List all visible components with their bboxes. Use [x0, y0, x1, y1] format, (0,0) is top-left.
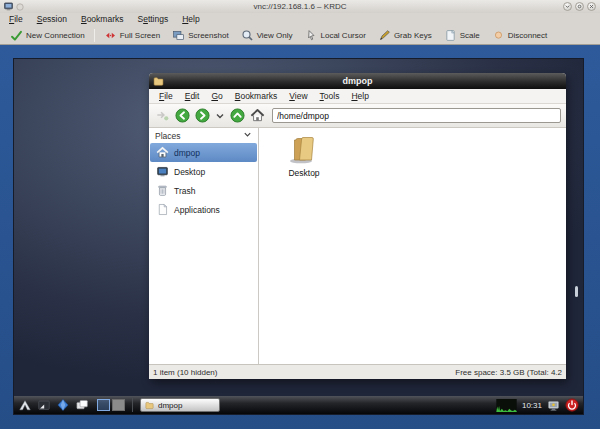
- disconnect-button[interactable]: Disconnect: [486, 27, 554, 43]
- fm-statusbar: 1 item (10 hidden) Free space: 3.5 GB (T…: [149, 364, 566, 379]
- krdc-menu-item[interactable]: Help: [175, 13, 206, 26]
- grab-keys-icon: [378, 29, 391, 42]
- krdc-titlebar[interactable]: vnc://192.168.1.6 – KRDC: [0, 0, 600, 13]
- home-button[interactable]: [249, 108, 265, 124]
- applications-place-icon: [156, 203, 169, 216]
- fm-window-title: dmpop: [149, 76, 566, 86]
- forward-button[interactable]: [194, 108, 210, 124]
- krdc-menu-item[interactable]: Session: [30, 13, 74, 26]
- scale-button[interactable]: Scale: [438, 27, 486, 43]
- remote-desktop-view[interactable]: dmpop File Edit Go Bookmarks View Tools: [13, 58, 584, 415]
- app-menu-button[interactable]: [18, 398, 32, 412]
- fm-menubar: File Edit Go Bookmarks View Tools Help: [149, 89, 566, 104]
- krdc-app-icon: [4, 2, 13, 11]
- fm-menu-item[interactable]: Edit: [179, 91, 206, 101]
- screenshot-icon: [172, 29, 185, 42]
- folder-icon: [153, 76, 164, 87]
- status-free-space: Free space: 3.5 GB (Total: 4.2: [455, 368, 562, 377]
- launcher-gem[interactable]: [56, 398, 70, 412]
- krdc-menu-item[interactable]: File: [2, 13, 30, 26]
- file-view[interactable]: Desktop: [259, 128, 566, 364]
- local-cursor-button[interactable]: Local Cursor: [299, 27, 372, 43]
- folder-large-icon: [287, 134, 321, 164]
- display-tray-icon[interactable]: [547, 399, 560, 412]
- fm-titlebar[interactable]: dmpop: [149, 73, 566, 89]
- disconnect-icon: [492, 29, 505, 42]
- places-sidebar: Places dmpop Desktop: [149, 128, 259, 364]
- trash-place-icon: [156, 184, 169, 197]
- task-button[interactable]: dmpop: [140, 398, 220, 412]
- krdc-menu-item[interactable]: Bookmarks: [74, 13, 131, 26]
- power-button-icon[interactable]: [565, 398, 579, 412]
- remote-taskbar: dmpop 10:31: [14, 396, 583, 414]
- history-dropdown-button[interactable]: [214, 108, 225, 124]
- full-screen-icon: [104, 29, 117, 42]
- grab-keys-button[interactable]: Grab Keys: [372, 27, 438, 43]
- full-screen-button[interactable]: Full Screen: [98, 27, 166, 43]
- up-button[interactable]: [229, 108, 245, 124]
- desktop-place-icon: [156, 165, 169, 178]
- status-item-count: 1 item (10 hidden): [153, 368, 217, 377]
- new-tab-button[interactable]: [154, 108, 170, 124]
- vnc-viewport: dmpop File Edit Go Bookmarks View Tools: [0, 45, 600, 429]
- place-item[interactable]: Applications: [150, 200, 257, 219]
- fm-nav-toolbar: [149, 104, 566, 128]
- new-connection-button[interactable]: New Connection: [4, 27, 91, 43]
- krdc-menubar: File Session Bookmarks Settings Help: [0, 13, 600, 26]
- view-only-button[interactable]: View Only: [235, 27, 299, 43]
- taskbar-separator: [132, 398, 133, 412]
- titlebar-pin-icon[interactable]: [16, 3, 24, 11]
- scrollbar-thumb[interactable]: [575, 286, 578, 297]
- window-title: vnc://192.168.1.6 – KRDC: [0, 2, 600, 11]
- krdc-window: vnc://192.168.1.6 – KRDC File Session Bo…: [0, 0, 600, 429]
- fm-menu-item[interactable]: Help: [345, 91, 374, 101]
- fm-menu-item[interactable]: File: [153, 91, 179, 101]
- local-cursor-icon: [305, 29, 318, 42]
- clock[interactable]: 10:31: [522, 401, 542, 410]
- task-button-label: dmpop: [158, 401, 182, 410]
- toolbar-separator: [94, 29, 95, 42]
- fm-menu-item[interactable]: View: [283, 91, 313, 101]
- launcher-windows[interactable]: [75, 398, 89, 412]
- home-place-icon: [156, 146, 169, 159]
- fm-menu-item[interactable]: Bookmarks: [229, 91, 284, 101]
- place-item[interactable]: Trash: [150, 181, 257, 200]
- places-header-label: Places: [155, 131, 181, 141]
- minimize-button[interactable]: [563, 2, 572, 11]
- screenshot-button[interactable]: Screenshot: [166, 27, 234, 43]
- folder-icon: [145, 401, 154, 410]
- chevron-down-icon[interactable]: [243, 130, 252, 141]
- close-button[interactable]: [587, 2, 596, 11]
- krdc-toolbar: New Connection Full Screen Screenshot: [0, 26, 600, 45]
- pager-desktop-1[interactable]: [97, 399, 110, 411]
- new-connection-icon: [10, 29, 23, 42]
- place-item[interactable]: Desktop: [150, 162, 257, 181]
- krdc-menu-item[interactable]: Settings: [130, 13, 175, 26]
- cpu-monitor-graph[interactable]: [496, 399, 517, 412]
- pager-desktop-2[interactable]: [112, 399, 125, 411]
- file-manager-window: dmpop File Edit Go Bookmarks View Tools: [149, 73, 566, 379]
- maximize-button[interactable]: [575, 2, 584, 11]
- back-button[interactable]: [174, 108, 190, 124]
- fm-menu-item[interactable]: Go: [205, 91, 228, 101]
- desktop-pager: [97, 399, 125, 411]
- view-only-icon: [241, 29, 254, 42]
- file-item[interactable]: Desktop: [271, 134, 337, 178]
- show-desktop-button[interactable]: [37, 398, 51, 412]
- scale-icon: [444, 29, 457, 42]
- address-bar-input[interactable]: [272, 108, 561, 123]
- fm-menu-item[interactable]: Tools: [314, 91, 346, 101]
- place-item[interactable]: dmpop: [150, 143, 257, 162]
